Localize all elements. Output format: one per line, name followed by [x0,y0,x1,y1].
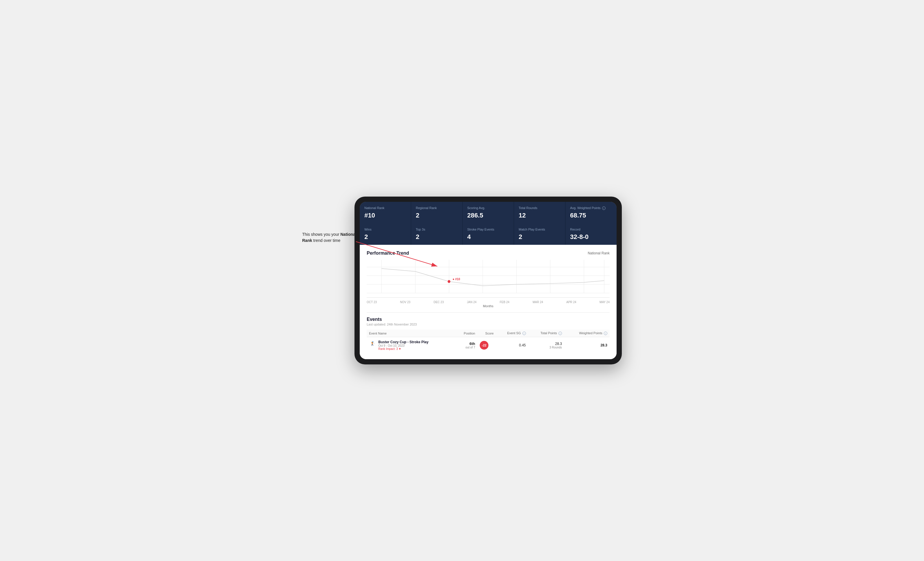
stat-regional-rank-value: 2 [416,212,458,219]
col-weighted-points: Weighted Points i [564,329,610,337]
x-label-5: MAR 24 [532,301,543,304]
performance-trend-header: Performance Trend National Rank [367,251,610,256]
stat-regional-rank: Regional Rank 2 [411,202,462,223]
stats-header-row2: Wins 2 Top 3s 2 Stroke Play Events 4 Mat… [360,223,616,245]
stat-avg-weighted-value: 68.75 [570,212,612,219]
events-table: Event Name Position Score Event SG i Tot… [367,329,610,353]
stat-stroke-play-label: Stroke Play Events [467,227,509,232]
performance-trend-label: National Rank [588,251,610,255]
stat-avg-weighted-points: Avg. Weighted Points i 68.75 [566,202,616,223]
rank-impact-label: Rank Impact: 3 [378,347,398,350]
rank-impact-arrow: ▼ [398,347,401,350]
annotation-before: This shows you your [302,232,340,236]
stat-total-rounds: Total Rounds 12 [514,202,565,223]
rank-impact: Rank Impact: 3 ▼ [378,347,429,350]
x-label-0: OCT 23 [367,301,377,304]
chart-svg: ● #10 [367,260,610,297]
stat-total-rounds-value: 12 [519,212,561,219]
stat-scoring-avg-label: Scoring Avg. [467,206,509,210]
event-position: 6th [458,341,475,346]
event-name-cell: 🏌 Buster Cozy Cup - Stroke Play Oct 9 - … [367,337,455,354]
total-points-sub: 3 Rounds [531,346,562,349]
events-section: Events Last updated: 24th November 2023 … [367,313,610,353]
x-label-3: JAN 24 [467,301,477,304]
total-points-value: 28.3 [531,342,562,346]
tablet-frame: National Rank #10 Regional Rank 2 Scorin… [354,197,622,365]
col-score: Score [477,329,496,337]
stat-national-rank-value: #10 [364,212,406,219]
avg-weighted-info-icon[interactable]: i [602,206,606,210]
content-area: Performance Trend National Rank [360,245,616,359]
total-points-info-icon[interactable]: i [558,332,562,335]
stat-top3s-value: 2 [416,233,458,241]
stat-record-label: Record [570,227,612,232]
total-points-cell: 28.3 3 Rounds [528,337,564,354]
outer-wrapper: This shows you your National Rank trend … [302,197,622,365]
stat-regional-rank-label: Regional Rank [416,206,458,210]
col-event-name: Event Name [367,329,455,337]
events-table-header: Event Name Position Score Event SG i Tot… [367,329,610,337]
stat-stroke-play-value: 4 [467,233,509,241]
stat-wins-value: 2 [364,233,406,241]
weighted-points-value: 28.3 [601,343,607,347]
event-date: Oct 9 - Oct 10, 2023 [378,344,429,347]
stat-scoring-avg: Scoring Avg. 286.5 [463,202,514,223]
weighted-points-info-icon[interactable]: i [604,332,607,335]
x-label-6: APR 24 [566,301,576,304]
stat-top3s: Top 3s 2 [411,223,462,245]
annotation-text: This shows you your National Rank trend … [302,232,360,244]
stat-match-play-value: 2 [519,233,561,241]
x-label-1: NOV 23 [400,301,411,304]
x-label-4: FEB 24 [500,301,509,304]
stat-national-rank: National Rank #10 [360,202,411,223]
stat-national-rank-label: National Rank [364,206,406,210]
performance-trend-title: Performance Trend [367,251,409,256]
stat-record: Record 32-8-0 [566,223,616,245]
stat-stroke-play: Stroke Play Events 4 [463,223,514,245]
stat-wins-label: Wins [364,227,406,232]
stat-match-play: Match Play Events 2 [514,223,565,245]
stat-wins: Wins 2 [360,223,411,245]
x-label-2: DEC 23 [434,301,444,304]
score-badge: -22 [480,341,489,350]
events-last-updated: Last updated: 24th November 2023 [367,323,610,326]
stat-top3s-label: Top 3s [416,227,458,232]
event-sg-info-icon[interactable]: i [522,332,526,335]
event-position-cell: 6th out of 7 [455,337,477,354]
x-label-7: MAY 24 [600,301,610,304]
svg-point-14 [448,280,450,283]
stat-scoring-avg-value: 286.5 [467,212,509,219]
table-row: 🏌 Buster Cozy Cup - Stroke Play Oct 9 - … [367,337,610,354]
stat-total-rounds-label: Total Rounds [519,206,561,210]
chart-x-axis-title: Months [367,304,610,308]
weighted-points-cell: 28.3 [564,337,610,354]
event-sg-cell: 0.45 [496,337,528,354]
annotation-after: trend over time [312,238,340,243]
performance-trend-chart: ● #10 [367,260,610,298]
event-position-sub: out of 7 [458,346,475,349]
events-title: Events [367,317,610,322]
chart-x-labels: OCT 23 NOV 23 DEC 23 JAN 24 FEB 24 MAR 2… [367,299,610,304]
stats-header-row1: National Rank #10 Regional Rank 2 Scorin… [360,202,616,223]
svg-text:● #10: ● #10 [452,277,460,281]
stat-avg-weighted-label: Avg. Weighted Points i [570,206,612,210]
col-position: Position [455,329,477,337]
col-event-sg: Event SG i [496,329,528,337]
event-score-cell: -22 [477,337,496,354]
stat-record-value: 32-8-0 [570,233,612,241]
event-name: Buster Cozy Cup - Stroke Play [378,340,429,344]
event-icon: 🏌 [369,340,376,347]
event-sg-value: 0.45 [519,343,526,347]
col-total-points: Total Points i [528,329,564,337]
tablet-screen: National Rank #10 Regional Rank 2 Scorin… [360,202,616,359]
stat-match-play-label: Match Play Events [519,227,561,232]
